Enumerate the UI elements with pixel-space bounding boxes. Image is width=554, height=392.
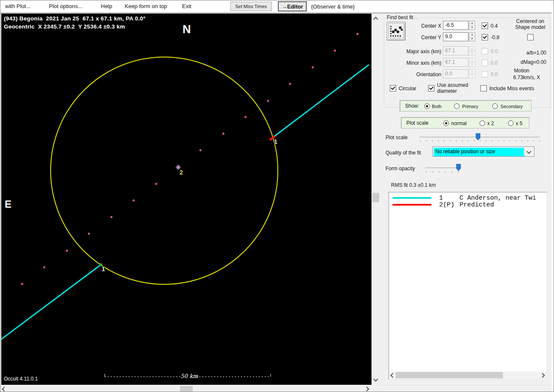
radio-show-primary-label: Primary (462, 104, 478, 109)
major-axis-input: 67.1 (443, 46, 468, 55)
scale-bar-label: 50 km (173, 373, 206, 379)
form-opacity-slider-thumb[interactable] (456, 164, 461, 171)
form-opacity-slider-ticks (426, 171, 460, 173)
center-x-label: Center X (405, 23, 441, 29)
center-x-err-label: 0.4 (491, 23, 498, 29)
predicted-path-dot (200, 149, 202, 152)
quality-combobox[interactable]: No reliable position or size (432, 146, 534, 157)
horizontal-scroll-thumb[interactable] (180, 386, 193, 392)
menu-item-exit[interactable]: Exit (182, 3, 191, 9)
predicted-path-dot (21, 283, 23, 285)
predicted-path-dot (357, 33, 359, 35)
center-x-err-checkbox[interactable] (482, 23, 488, 29)
menu-bar: with Plot...Plot options...HelpKeep form… (0, 0, 554, 12)
predicted-path-dot (334, 50, 336, 52)
predicted-path-dot (245, 116, 247, 118)
centered-on-shape-label: Centered on Shape model (510, 18, 551, 30)
chord-number: 1 (439, 195, 443, 202)
plot-scale-slider-ticks (420, 140, 540, 142)
scroll-right-arrow[interactable] (364, 386, 370, 392)
editor-button[interactable]: →Editor (278, 1, 307, 11)
chord-number: 2(P) (439, 201, 454, 209)
legend-horizontal-scrollbar[interactable] (389, 372, 547, 379)
circular-checkbox[interactable] (390, 85, 396, 92)
major-axis-err-label: 0.0 (491, 49, 498, 54)
center-y-err-checkbox[interactable] (482, 34, 488, 40)
panel-divider (380, 385, 554, 386)
chevron-down-icon (373, 377, 378, 381)
radio-show-secondary[interactable] (492, 103, 498, 109)
chord-observer-name: Predicted (460, 201, 494, 209)
plot-horizontal-scrollbar[interactable] (0, 385, 371, 392)
legend-row[interactable]: 1C Anderson, near Twi (389, 195, 547, 201)
chord-legend-listbox[interactable]: 1C Anderson, near Twi2(P)Predicted (388, 192, 547, 380)
east-label: E (5, 198, 11, 210)
menu-item-with-plot[interactable]: with Plot... (5, 3, 31, 9)
set-miss-times-button[interactable]: Set Miss Times (230, 2, 272, 11)
orientation-label: Orientation (392, 72, 441, 77)
spin-down-icon: ▼ (469, 74, 475, 78)
center-y-label: Center Y (405, 34, 441, 40)
chevron-right-icon (540, 373, 545, 378)
plot-scale-slider-label: Plot scale (386, 134, 408, 140)
quality-dropdown-button[interactable] (524, 147, 534, 156)
asteroid-limb-circle (51, 57, 278, 284)
quality-value: No reliable position or size (434, 148, 525, 156)
minor-axis-label: Minor axis (km) (392, 60, 441, 66)
predicted-path-dot (43, 266, 46, 269)
center-x-spinner[interactable]: ▲▼ (469, 21, 475, 30)
spin-up-icon[interactable]: ▲ (469, 33, 475, 37)
observed-chord-segment (1, 265, 101, 339)
center-x-input[interactable]: -6.5 (443, 21, 468, 30)
scroll-up-arrow[interactable] (373, 16, 379, 22)
spin-down-icon[interactable]: ▼ (469, 26, 475, 29)
scroll-down-arrow[interactable] (373, 376, 379, 382)
menu-item-keep-form-on-top[interactable]: Keep form on top (125, 3, 167, 9)
motion-value: 6.73km/s, X (513, 74, 540, 80)
observed-chord-segment (273, 65, 369, 137)
minor-axis-err-label: 0.0 (491, 60, 498, 66)
radio-show-primary[interactable] (454, 103, 460, 109)
spin-down-icon[interactable]: ▼ (469, 37, 475, 41)
occultation-plot (1, 14, 371, 385)
predicted-path-dot (223, 133, 225, 135)
plot-area[interactable]: 112 (943) Begonia 2021 Jan 25 67.1 x 67.… (1, 14, 371, 385)
window-right-edge (551, 0, 554, 392)
plot-vertical-scrollbar[interactable] (371, 14, 380, 385)
include-miss-events-checkbox[interactable] (480, 85, 487, 92)
spin-up-icon[interactable]: ▲ (469, 21, 475, 26)
legend-scroll-right-arrow[interactable] (540, 372, 545, 378)
menu-item-help[interactable]: Help (101, 3, 112, 9)
menu-item-plot-options[interactable]: Plot options... (49, 3, 83, 9)
orientation-err-checkbox (482, 71, 488, 77)
plot-scale-group-label: Plot scale (406, 120, 428, 126)
find-best-fit-button[interactable] (387, 22, 406, 40)
legend-scroll-left-arrow[interactable] (390, 372, 396, 378)
motion-label: Motion (514, 68, 529, 74)
chord-color-line (392, 204, 431, 206)
scroll-left-arrow[interactable] (1, 386, 7, 392)
radio-scale-normal[interactable] (443, 120, 449, 126)
legend-row[interactable]: 2(P)Predicted (389, 201, 547, 208)
orientation-spinner: ▲▼ (469, 69, 475, 78)
ab-ratio-label: a/b=1.00 (510, 50, 546, 56)
radio-scale-x5[interactable] (508, 120, 514, 126)
predicted-path-dot (88, 233, 90, 235)
dmag-label: dMag=0.00 (510, 59, 546, 65)
predicted-path-dot (133, 200, 135, 202)
legend-scroll-thumb[interactable] (396, 372, 503, 378)
predicted-path-dot (66, 250, 68, 252)
plot-title-line1: (943) Begonia 2021 Jan 25 67.1 x 67.1 km… (4, 15, 146, 22)
vertical-scroll-thumb[interactable] (372, 193, 379, 202)
predicted-path-dot (312, 66, 314, 69)
star-marker-center (177, 166, 179, 168)
plot-scale-slider-thumb[interactable] (476, 133, 480, 140)
radio-show-both[interactable] (424, 103, 430, 109)
radio-scale-x2[interactable] (480, 120, 485, 126)
use-assumed-diameter-checkbox[interactable] (428, 85, 434, 92)
include-miss-events-label: Include Miss events (489, 86, 534, 92)
plot-title-line2: Geocentric X 2345.7 ±0.2 Y 2536.4 ±0.3 k… (4, 23, 125, 30)
center-y-input[interactable]: 9.0 (443, 32, 468, 41)
center-y-spinner[interactable]: ▲▼ (469, 32, 475, 41)
centered-on-shape-checkbox[interactable] (527, 34, 534, 40)
